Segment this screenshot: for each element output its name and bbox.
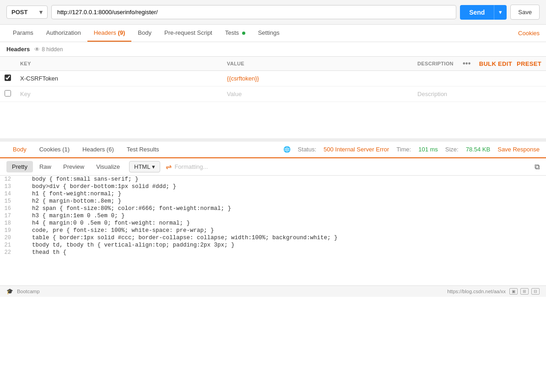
chevron-down-icon: ▾ [152, 163, 155, 170]
code-line: 13 body>div { border-bottom:1px solid #d… [0, 183, 546, 190]
time-value: 101 ms [418, 146, 438, 153]
format-icon[interactable]: ⇌ [166, 162, 172, 171]
code-line: 18 h4 { margin:0 0 .5em 0; font-weight: … [0, 220, 546, 227]
empty-space [0, 102, 546, 139]
copy-button[interactable]: ⧉ [535, 163, 540, 171]
toolbar: POST ▾ Send ▾ Save [0, 0, 546, 25]
response-tab-test-results[interactable]: Test Results [120, 141, 166, 158]
header-actions-cell [458, 71, 546, 86]
method-select[interactable]: POST ▾ [6, 5, 48, 19]
tab-headers[interactable]: Headers (9) [87, 25, 132, 42]
save-response-button[interactable]: Save Response [497, 146, 540, 153]
send-button[interactable]: Send [460, 5, 494, 20]
response-tab-headers[interactable]: Headers (6) [76, 141, 120, 158]
chevron-down-icon: ▾ [39, 9, 43, 16]
tab-pre-request-script[interactable]: Pre-request Script [158, 25, 219, 42]
time-label: Time: [396, 146, 411, 153]
layout-icon-1[interactable]: ▣ [509, 288, 518, 295]
col-key-header: KEY [16, 57, 222, 71]
eye-icon: 👁 [34, 46, 40, 53]
col-check-header [0, 57, 16, 71]
bootcamp-label[interactable]: Bootcamp [17, 289, 40, 294]
hidden-badge: 👁 8 hidden [34, 46, 63, 53]
sub-tab-visualize[interactable]: Visualize [91, 161, 125, 172]
header-row-empty: Key Value Description [0, 86, 546, 102]
url-reference: https://blog.csdn.net/aa/xx [447, 289, 506, 294]
status-bar-right: https://blog.csdn.net/aa/xx ▣ ⊞ ⊟ [447, 288, 540, 295]
code-line: 19 code, pre { font-size: 100%; white-sp… [0, 227, 546, 234]
header-desc-cell[interactable] [413, 71, 458, 86]
response-status-bar: 🌐 Status: 500 Internal Server Error Time… [283, 146, 540, 153]
bulk-edit-button[interactable]: Bulk Edit [479, 60, 512, 67]
status-value: 500 Internal Server Error [324, 146, 389, 153]
col-value-header: VALUE [222, 57, 413, 71]
response-tab-body[interactable]: Body [6, 141, 33, 158]
code-line: 22 thead th { [0, 249, 546, 256]
headers-title: Headers [6, 46, 30, 53]
send-dropdown-button[interactable]: ▾ [494, 5, 507, 20]
sub-tabs-row: Pretty Raw Preview Visualize HTML ▾ ⇌ Fo… [0, 158, 546, 176]
header-key-placeholder-cell[interactable]: Key [16, 86, 222, 102]
tests-dot [242, 32, 245, 35]
row-checkbox-empty-cell [0, 86, 16, 102]
header-desc-placeholder-cell[interactable]: Description [413, 86, 458, 102]
sub-tab-raw[interactable]: Raw [34, 161, 57, 172]
size-label: Size: [445, 146, 459, 153]
headers-table: KEY VALUE DESCRIPTION ••• Bulk Edit Pres… [0, 57, 546, 102]
code-line: 16 h2 span { font-size:80%; color:#666; … [0, 205, 546, 212]
tab-body[interactable]: Body [131, 25, 158, 42]
tab-settings[interactable]: Settings [252, 25, 286, 42]
status-bar: 🎓 Bootcamp https://blog.csdn.net/aa/xx ▣… [0, 285, 546, 297]
more-options-button[interactable]: ••• [463, 59, 471, 68]
request-tabs: Params Authorization Headers (9) Body Pr… [0, 25, 546, 42]
col-desc-header: DESCRIPTION [413, 57, 458, 71]
format-select[interactable]: HTML ▾ [129, 161, 160, 172]
layout-icon-3[interactable]: ⊟ [531, 288, 540, 295]
header-value-cell[interactable]: {{csrftoken}} [222, 71, 413, 86]
cookies-link[interactable]: Cookies [518, 30, 540, 37]
response-tabs: Body Cookies (1) Headers (6) Test Result… [0, 141, 546, 158]
formatting-placeholder: Formatting... [174, 163, 208, 170]
code-line: 17 h3 { margin:1em 0 .5em 0; } [0, 212, 546, 220]
sub-tab-pretty[interactable]: Pretty [6, 161, 33, 172]
row-checkbox-cell [0, 71, 16, 86]
layout-icons: ▣ ⊞ ⊟ [509, 288, 540, 295]
code-line: 21 tbody td, tbody th { vertical-align:t… [0, 242, 546, 249]
col-actions-header: ••• Bulk Edit Preset [458, 57, 546, 71]
header-value-placeholder-cell[interactable]: Value [222, 86, 413, 102]
code-line: 14 h1 { font-weight:normal; } [0, 190, 546, 198]
globe-icon: 🌐 [283, 146, 291, 153]
status-bar-left: 🎓 Bootcamp [6, 288, 40, 295]
tab-params[interactable]: Params [6, 25, 40, 42]
send-button-group: Send ▾ [460, 5, 507, 20]
code-line: 15 h2 { margin-bottom:.8em; } [0, 198, 546, 205]
save-button[interactable]: Save [510, 5, 540, 20]
response-panel: Body Cookies (1) Headers (6) Test Result… [0, 141, 546, 285]
bootcamp-icon: 🎓 [6, 288, 13, 295]
response-tab-cookies[interactable]: Cookies (1) [33, 141, 76, 158]
header-key-cell[interactable]: X-CSRFToken [16, 71, 222, 86]
code-line: 12 body { font:small sans-serif; } [0, 176, 546, 183]
tab-tests[interactable]: Tests [219, 25, 252, 42]
url-input[interactable] [51, 5, 456, 19]
status-label: Status: [298, 146, 316, 153]
row-checkbox-empty[interactable] [5, 90, 11, 97]
header-row: X-CSRFToken {{csrftoken}} [0, 71, 546, 86]
header-actions-empty-cell [458, 86, 546, 102]
preset-button[interactable]: Preset [517, 60, 541, 67]
method-label: POST [11, 9, 27, 16]
code-line: 20 table { border:1px solid #ccc; border… [0, 234, 546, 242]
size-value: 78.54 KB [466, 146, 491, 153]
sub-tab-preview[interactable]: Preview [58, 161, 90, 172]
row-checkbox[interactable] [5, 75, 11, 81]
tab-authorization[interactable]: Authorization [40, 25, 87, 42]
code-area[interactable]: 12 body { font:small sans-serif; } 13 bo… [0, 176, 546, 285]
layout-icon-2[interactable]: ⊞ [520, 288, 529, 295]
headers-bar: Headers 👁 8 hidden [0, 42, 546, 57]
